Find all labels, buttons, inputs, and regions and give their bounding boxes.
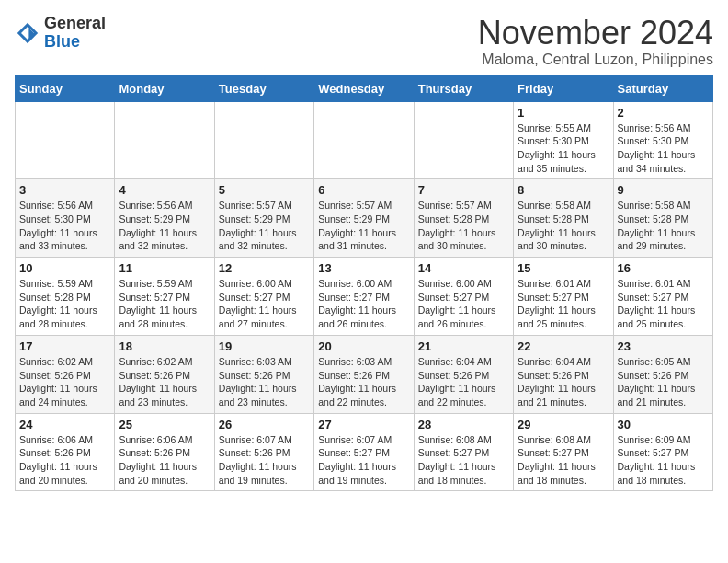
calendar-cell: 17Sunrise: 6:02 AM Sunset: 5:26 PM Dayli… (16, 335, 115, 413)
week-row-3: 10Sunrise: 5:59 AM Sunset: 5:28 PM Dayli… (16, 258, 713, 336)
day-info: Sunrise: 5:57 AM Sunset: 5:28 PM Dayligh… (418, 199, 509, 253)
day-number: 24 (19, 418, 110, 431)
day-number: 17 (19, 339, 110, 353)
calendar-cell: 19Sunrise: 6:03 AM Sunset: 5:26 PM Dayli… (214, 335, 313, 413)
day-number: 7 (418, 183, 509, 197)
day-info: Sunrise: 5:58 AM Sunset: 5:28 PM Dayligh… (518, 199, 609, 253)
day-number: 18 (119, 339, 210, 353)
day-info: Sunrise: 6:00 AM Sunset: 5:27 PM Dayligh… (219, 277, 310, 331)
day-info: Sunrise: 6:05 AM Sunset: 5:26 PM Dayligh… (618, 355, 709, 409)
weekday-header-row: SundayMondayTuesdayWednesdayThursdayFrid… (16, 75, 713, 101)
calendar-cell: 25Sunrise: 6:06 AM Sunset: 5:26 PM Dayli… (115, 413, 214, 491)
day-info: Sunrise: 6:03 AM Sunset: 5:26 PM Dayligh… (219, 355, 310, 409)
day-number: 16 (618, 261, 709, 275)
day-number: 30 (618, 418, 709, 431)
week-row-5: 24Sunrise: 6:06 AM Sunset: 5:26 PM Dayli… (16, 413, 713, 491)
calendar-cell: 24Sunrise: 6:06 AM Sunset: 5:26 PM Dayli… (16, 413, 115, 491)
day-info: Sunrise: 6:01 AM Sunset: 5:27 PM Dayligh… (618, 277, 709, 331)
day-number: 1 (518, 106, 609, 120)
day-number: 2 (618, 106, 709, 120)
calendar-cell: 23Sunrise: 6:05 AM Sunset: 5:26 PM Dayli… (613, 335, 712, 413)
week-row-1: 1Sunrise: 5:55 AM Sunset: 5:30 PM Daylig… (16, 101, 713, 179)
day-number: 3 (19, 183, 110, 197)
day-info: Sunrise: 6:06 AM Sunset: 5:26 PM Dayligh… (119, 433, 210, 488)
day-info: Sunrise: 6:04 AM Sunset: 5:26 PM Dayligh… (418, 355, 509, 409)
day-info: Sunrise: 5:55 AM Sunset: 5:30 PM Dayligh… (518, 121, 609, 176)
calendar-cell (314, 101, 414, 179)
calendar-header: SundayMondayTuesdayWednesdayThursdayFrid… (16, 75, 713, 101)
calendar-cell: 30Sunrise: 6:09 AM Sunset: 5:27 PM Dayli… (613, 413, 712, 491)
logo-text: General Blue (44, 15, 106, 52)
day-number: 22 (518, 339, 609, 353)
day-info: Sunrise: 6:08 AM Sunset: 5:27 PM Dayligh… (418, 433, 509, 488)
calendar-cell: 11Sunrise: 5:59 AM Sunset: 5:27 PM Dayli… (115, 258, 214, 336)
calendar-cell: 29Sunrise: 6:08 AM Sunset: 5:27 PM Dayli… (514, 413, 613, 491)
calendar-cell (16, 101, 115, 179)
calendar-cell: 10Sunrise: 5:59 AM Sunset: 5:28 PM Dayli… (16, 258, 115, 336)
day-number: 11 (119, 261, 210, 275)
day-info: Sunrise: 6:03 AM Sunset: 5:26 PM Dayligh… (318, 355, 409, 409)
day-info: Sunrise: 6:07 AM Sunset: 5:27 PM Dayligh… (318, 433, 409, 488)
calendar-cell: 28Sunrise: 6:08 AM Sunset: 5:27 PM Dayli… (414, 413, 513, 491)
calendar-cell: 16Sunrise: 6:01 AM Sunset: 5:27 PM Dayli… (613, 258, 712, 336)
day-info: Sunrise: 6:08 AM Sunset: 5:27 PM Dayligh… (518, 433, 609, 488)
day-info: Sunrise: 5:57 AM Sunset: 5:29 PM Dayligh… (219, 199, 310, 253)
day-info: Sunrise: 6:02 AM Sunset: 5:26 PM Dayligh… (19, 355, 110, 409)
calendar-cell (115, 101, 214, 179)
weekday-tuesday: Tuesday (214, 75, 313, 101)
calendar-title: November 2024 (478, 15, 713, 52)
day-info: Sunrise: 5:56 AM Sunset: 5:30 PM Dayligh… (19, 199, 110, 253)
day-number: 21 (418, 339, 509, 353)
day-info: Sunrise: 6:01 AM Sunset: 5:27 PM Dayligh… (518, 277, 609, 331)
calendar-cell: 7Sunrise: 5:57 AM Sunset: 5:28 PM Daylig… (414, 179, 513, 258)
day-number: 10 (19, 261, 110, 275)
day-number: 25 (119, 418, 210, 431)
calendar-cell: 27Sunrise: 6:07 AM Sunset: 5:27 PM Dayli… (314, 413, 414, 491)
calendar-cell: 20Sunrise: 6:03 AM Sunset: 5:26 PM Dayli… (314, 335, 414, 413)
calendar-table: SundayMondayTuesdayWednesdayThursdayFrid… (15, 75, 713, 492)
calendar-subtitle: Maloma, Central Luzon, Philippines (478, 52, 713, 68)
day-info: Sunrise: 6:02 AM Sunset: 5:26 PM Dayligh… (119, 355, 210, 409)
day-number: 5 (219, 183, 310, 197)
weekday-thursday: Thursday (414, 75, 513, 101)
logo-icon (15, 20, 40, 46)
day-number: 20 (318, 339, 409, 353)
day-info: Sunrise: 5:56 AM Sunset: 5:29 PM Dayligh… (119, 199, 210, 253)
day-number: 8 (518, 183, 609, 197)
calendar-cell: 15Sunrise: 6:01 AM Sunset: 5:27 PM Dayli… (514, 258, 613, 336)
calendar-cell: 2Sunrise: 5:56 AM Sunset: 5:30 PM Daylig… (613, 101, 712, 179)
day-number: 12 (219, 261, 310, 275)
day-info: Sunrise: 5:56 AM Sunset: 5:30 PM Dayligh… (618, 121, 709, 176)
logo: General Blue (15, 15, 106, 52)
calendar-cell (214, 101, 313, 179)
day-info: Sunrise: 6:06 AM Sunset: 5:26 PM Dayligh… (19, 433, 110, 488)
calendar-cell: 6Sunrise: 5:57 AM Sunset: 5:29 PM Daylig… (314, 179, 414, 258)
calendar-body: 1Sunrise: 5:55 AM Sunset: 5:30 PM Daylig… (16, 101, 713, 491)
title-block: November 2024 Maloma, Central Luzon, Phi… (478, 15, 713, 68)
weekday-sunday: Sunday (16, 75, 115, 101)
day-info: Sunrise: 5:59 AM Sunset: 5:27 PM Dayligh… (119, 277, 210, 331)
day-number: 4 (119, 183, 210, 197)
day-number: 28 (418, 418, 509, 431)
calendar-cell: 3Sunrise: 5:56 AM Sunset: 5:30 PM Daylig… (16, 179, 115, 258)
day-number: 23 (618, 339, 709, 353)
day-info: Sunrise: 5:59 AM Sunset: 5:28 PM Dayligh… (19, 277, 110, 331)
calendar-cell: 14Sunrise: 6:00 AM Sunset: 5:27 PM Dayli… (414, 258, 513, 336)
day-number: 27 (318, 418, 409, 431)
day-info: Sunrise: 5:57 AM Sunset: 5:29 PM Dayligh… (318, 199, 409, 253)
day-number: 9 (618, 183, 709, 197)
logo-blue: Blue (44, 33, 106, 52)
calendar-cell: 18Sunrise: 6:02 AM Sunset: 5:26 PM Dayli… (115, 335, 214, 413)
day-info: Sunrise: 6:04 AM Sunset: 5:26 PM Dayligh… (518, 355, 609, 409)
logo-general: General (44, 15, 106, 33)
day-info: Sunrise: 6:07 AM Sunset: 5:26 PM Dayligh… (219, 433, 310, 488)
day-number: 13 (318, 261, 409, 275)
calendar-cell: 26Sunrise: 6:07 AM Sunset: 5:26 PM Dayli… (214, 413, 313, 491)
calendar-cell: 22Sunrise: 6:04 AM Sunset: 5:26 PM Dayli… (514, 335, 613, 413)
day-number: 15 (518, 261, 609, 275)
calendar-cell: 1Sunrise: 5:55 AM Sunset: 5:30 PM Daylig… (514, 101, 613, 179)
calendar-cell: 4Sunrise: 5:56 AM Sunset: 5:29 PM Daylig… (115, 179, 214, 258)
weekday-friday: Friday (514, 75, 613, 101)
calendar-cell (414, 101, 513, 179)
day-number: 19 (219, 339, 310, 353)
